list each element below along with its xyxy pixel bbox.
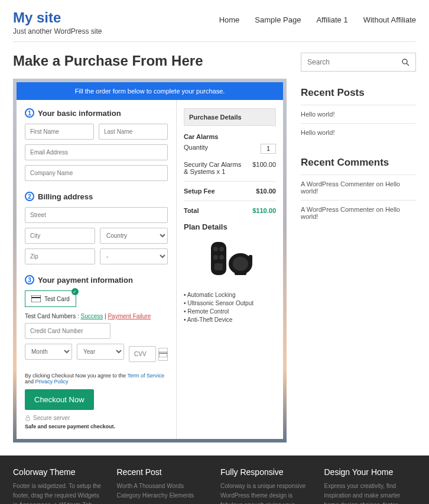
recent-comment-item: A WordPress Commenter on Hello world! xyxy=(301,175,416,200)
terms-text: By clicking Checkout Now you agree to th… xyxy=(25,373,168,385)
svg-rect-2 xyxy=(159,351,167,357)
header-divider xyxy=(13,41,416,42)
footer-col-title: Colorway Theme xyxy=(13,467,105,477)
search-icon[interactable] xyxy=(401,58,410,66)
lock-icon xyxy=(25,415,31,421)
svg-point-7 xyxy=(219,247,224,251)
step-3-icon: 3 xyxy=(25,275,34,285)
last-name-input[interactable] xyxy=(99,124,168,140)
product-image xyxy=(194,237,265,285)
setup-fee-row: Setup Fee$10.00 xyxy=(184,188,276,195)
footer-col-text: Footer is widgetized. To setup the foote… xyxy=(13,482,105,504)
company-input[interactable] xyxy=(25,165,168,181)
credit-card-icon xyxy=(31,295,41,302)
svg-point-6 xyxy=(213,247,218,251)
tos-link[interactable]: Term of Service xyxy=(127,373,164,379)
cvv-card-icon xyxy=(158,348,168,361)
nav-without-affiliate[interactable]: Without Affiliate xyxy=(363,15,416,24)
email-input[interactable] xyxy=(25,144,168,160)
recent-post-item[interactable]: Hello world! xyxy=(301,105,416,123)
recent-posts-header: Recent Posts xyxy=(301,87,416,99)
section-billing: 2Billing address xyxy=(25,192,168,201)
svg-point-9 xyxy=(219,255,224,260)
item-desc-row: Security Car Alarms & Systems x 1 $100.0… xyxy=(184,161,276,175)
street-input[interactable] xyxy=(25,207,168,223)
svg-rect-13 xyxy=(235,272,246,275)
section-basic-info: 1Your basic information xyxy=(25,108,168,118)
footer-col-title: Design Your Home xyxy=(324,467,417,477)
first-name-input[interactable] xyxy=(25,124,94,140)
test-card-note: Test Card Numbers : Success | Payment Fa… xyxy=(25,313,168,319)
nav-sample-page[interactable]: Sample Page xyxy=(255,15,301,24)
site-title[interactable]: My site xyxy=(13,9,102,26)
svg-point-8 xyxy=(213,255,218,260)
test-card-button[interactable]: Test Card ✓ xyxy=(25,290,76,307)
city-input[interactable] xyxy=(25,228,95,244)
year-select[interactable]: Year xyxy=(77,344,124,360)
footer-widgets: Colorway ThemeFooter is widgetized. To s… xyxy=(0,455,429,504)
phone-code-select[interactable]: - xyxy=(100,248,168,264)
svg-point-15 xyxy=(402,59,407,64)
nav-home[interactable]: Home xyxy=(219,15,240,24)
svg-line-16 xyxy=(407,63,409,66)
main-nav: Home Sample Page Affiliate 1 Without Aff… xyxy=(219,9,416,24)
comment-author-link[interactable]: A WordPress Commenter xyxy=(301,180,375,188)
checkout-button[interactable]: Checkout Now xyxy=(25,389,94,410)
svg-rect-3 xyxy=(159,353,167,354)
zip-input[interactable] xyxy=(25,248,95,264)
footer-col-text: Worth A Thousand Words Category Hierarch… xyxy=(117,482,209,500)
cvv-input[interactable] xyxy=(129,346,156,362)
feature-item: Remote Control xyxy=(184,308,276,315)
svg-rect-14 xyxy=(249,255,252,263)
page-title: Make a Purchase From Here xyxy=(13,53,287,69)
plan-features: Automatic Locking Ultrasonic Sensor Outp… xyxy=(184,292,276,323)
svg-rect-4 xyxy=(26,418,30,421)
step-2-icon: 2 xyxy=(25,192,34,201)
nav-affiliate-1[interactable]: Affiliate 1 xyxy=(316,15,347,24)
country-select[interactable]: Country xyxy=(100,228,168,244)
check-icon: ✓ xyxy=(72,288,79,295)
footer-col-title: Fully Responsive xyxy=(220,467,313,477)
recent-comment-item: A WordPress Commenter on Hello world! xyxy=(301,200,416,225)
section-payment: 3Your payment information xyxy=(25,275,168,285)
item-name: Car Alarms xyxy=(184,133,276,140)
svg-point-12 xyxy=(233,257,248,271)
feature-item: Automatic Locking xyxy=(184,292,276,298)
test-failure-link[interactable]: Payment Failure xyxy=(108,313,151,319)
privacy-link[interactable]: Privacy Policy xyxy=(35,379,69,385)
recent-post-item[interactable]: Hello world! xyxy=(301,123,416,141)
quantity-row: Quantity xyxy=(184,144,276,154)
svg-rect-0 xyxy=(31,295,41,302)
footer-col-title: Recent Post xyxy=(117,467,209,477)
secure-server-text: Secure server xyxy=(25,415,168,421)
recent-comments-header: Recent Comments xyxy=(301,157,416,169)
total-row: Total$110.00 xyxy=(184,207,276,214)
safe-checkout-text: Safe and secure payment checkout. xyxy=(25,424,168,429)
test-success-link[interactable]: Success xyxy=(80,313,103,319)
step-1-icon: 1 xyxy=(25,108,34,118)
order-form-wrapper: Fill the order form below to complete yo… xyxy=(13,79,287,442)
footer-col-text: Express your creativity, find inspiratio… xyxy=(324,482,417,504)
purchase-details-header: Purchase Details xyxy=(184,108,276,126)
comment-author-link[interactable]: A WordPress Commenter xyxy=(301,206,375,213)
feature-item: Anti-Theft Device xyxy=(184,316,276,323)
order-banner: Fill the order form below to complete yo… xyxy=(17,82,283,100)
svg-rect-10 xyxy=(214,263,223,270)
search-box[interactable] xyxy=(301,53,416,72)
plan-details-header: Plan Details xyxy=(184,222,276,231)
cc-number-input[interactable] xyxy=(25,323,110,339)
svg-rect-1 xyxy=(31,297,41,298)
quantity-input[interactable] xyxy=(261,144,276,154)
month-select[interactable]: Month xyxy=(25,344,72,360)
footer-col-text: Colorway is a unique responsive WordPres… xyxy=(220,482,313,504)
search-input[interactable] xyxy=(307,58,401,66)
feature-item: Ultrasonic Sensor Output xyxy=(184,300,276,306)
tagline: Just another WordPress site xyxy=(13,27,102,35)
